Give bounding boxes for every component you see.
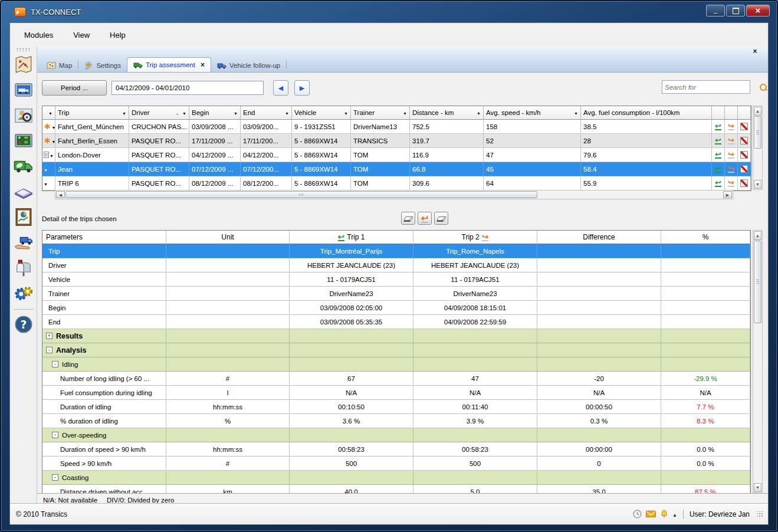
clock-icon[interactable] bbox=[633, 510, 642, 518]
detail-row-duration-of-idling[interactable]: Duration of idlinghh:mm:ss00:10:5000:11:… bbox=[42, 400, 750, 414]
tab-settings[interactable]: Settings bbox=[78, 59, 127, 72]
detail-column-percent[interactable]: % bbox=[661, 231, 750, 244]
detail-row-trainer[interactable]: TrainerDriverName23DriverName23 bbox=[42, 287, 750, 301]
column-filter-icon[interactable] bbox=[344, 109, 348, 116]
detail-column-unit[interactable]: Unit bbox=[166, 231, 290, 244]
sidebar-grip[interactable] bbox=[16, 48, 31, 51]
detail-row-begin[interactable]: Begin03/09/2008 02:05:0004/09/2008 18:15… bbox=[42, 301, 750, 315]
sidebar-item-settings[interactable] bbox=[12, 282, 35, 304]
detail-row-coasting[interactable]: -Coasting bbox=[42, 471, 750, 485]
detail-row-number-of-long-idling-60[interactable]: Number of long idling (> 60 ...#6747-20-… bbox=[42, 372, 750, 386]
sidebar-item-vehicles[interactable] bbox=[12, 79, 35, 101]
collapse-minus-icon[interactable]: - bbox=[52, 361, 58, 367]
close-button[interactable] bbox=[746, 5, 770, 17]
detail-row-duration-of-idling[interactable]: % duration of idling%3.6 %3.9 %0.3 %8.3 … bbox=[42, 414, 750, 428]
mail-icon[interactable] bbox=[646, 510, 656, 518]
row-dropdown-icon[interactable] bbox=[44, 180, 48, 187]
tab-trip-assessment[interactable]: Trip assessment bbox=[127, 57, 211, 72]
map-unavailable-button[interactable] bbox=[738, 134, 751, 148]
search-input[interactable] bbox=[662, 84, 759, 91]
assign-to-trip2-button[interactable] bbox=[725, 148, 738, 162]
map-unavailable-button[interactable] bbox=[738, 162, 751, 176]
assign-to-trip2-button[interactable] bbox=[725, 162, 738, 176]
next-period-button[interactable] bbox=[294, 80, 310, 96]
assign-to-trip2-button[interactable] bbox=[725, 134, 738, 148]
swap-trips-button[interactable] bbox=[418, 212, 432, 225]
alert-bell-icon[interactable] bbox=[660, 510, 668, 518]
scroll-down-icon[interactable] bbox=[754, 180, 761, 189]
trip-row[interactable]: Fahrt_Gent_MünchenCRUCHON PAS...03/09/20… bbox=[42, 120, 751, 134]
scroll-thumb[interactable] bbox=[754, 116, 761, 149]
row-marker-cell[interactable] bbox=[42, 162, 55, 176]
column-header[interactable]: Trip bbox=[55, 106, 129, 120]
trip-row[interactable]: TRIP 6PASQUET RO...08/12/2009 ...08/12/2… bbox=[42, 176, 751, 191]
detail-row-fuel-consumption-during-idling[interactable]: Fuel consumption during idlinglN/AN/AN/A… bbox=[42, 386, 750, 400]
tab-close-icon[interactable] bbox=[201, 61, 205, 69]
detail-row-end[interactable]: End03/09/2008 05:35:3504/09/2008 22:59:5… bbox=[42, 315, 750, 329]
row-dropdown-icon[interactable] bbox=[44, 166, 48, 173]
detail-row-results[interactable]: +Results bbox=[42, 329, 750, 343]
scroll-thumb[interactable] bbox=[65, 191, 537, 198]
map-unavailable-button[interactable] bbox=[738, 176, 751, 191]
scroll-thumb[interactable] bbox=[754, 241, 761, 323]
column-filter-icon[interactable] bbox=[285, 109, 289, 116]
scroll-left-icon[interactable] bbox=[56, 191, 65, 198]
row-dropdown-icon[interactable] bbox=[50, 152, 54, 159]
column-header[interactable]: Driver bbox=[129, 106, 189, 120]
previous-period-button[interactable] bbox=[273, 80, 288, 96]
assign-to-trip1-button[interactable] bbox=[712, 162, 725, 176]
column-filter-icon[interactable] bbox=[574, 109, 578, 116]
clear-trip1-button[interactable] bbox=[401, 212, 415, 225]
detail-row-trip[interactable]: TripTrip_Montréal_ParijsTrip_Rome_Napels bbox=[42, 244, 750, 258]
detail-row-analysis[interactable]: -Analysis bbox=[42, 343, 750, 357]
sidebar-item-transports[interactable] bbox=[12, 155, 35, 178]
scroll-up-icon[interactable] bbox=[754, 231, 761, 240]
sidebar-item-planning[interactable] bbox=[12, 130, 35, 152]
title-bar[interactable]: TX-CONNECT bbox=[1, 1, 777, 22]
row-marker-cell[interactable] bbox=[42, 120, 55, 134]
clear-trip2-button[interactable] bbox=[434, 212, 448, 225]
expand-plus-icon[interactable]: + bbox=[46, 333, 52, 339]
detail-column-trip1[interactable]: Trip 1 bbox=[290, 231, 413, 244]
detail-row-duration-of-speed-90-km-h[interactable]: Duration of speed > 90 km/hhh:mm:ss00:58… bbox=[42, 442, 750, 457]
map-unavailable-button[interactable] bbox=[738, 120, 751, 134]
collapse-minus-icon[interactable]: - bbox=[46, 347, 52, 353]
column-header[interactable]: Distance - km bbox=[410, 106, 484, 120]
column-header[interactable]: Avg. fuel consumption - l/100km bbox=[581, 106, 712, 120]
assign-to-trip2-button[interactable] bbox=[725, 120, 738, 134]
detail-row-speed-90-km-h[interactable]: Speed > 90 km/h#50050000.0 % bbox=[42, 457, 750, 471]
trip-row[interactable]: Fahrt_Berlin_EssenPASQUET RO...17/11/200… bbox=[42, 134, 751, 148]
sidebar-item-drivers[interactable] bbox=[12, 104, 35, 127]
period-button[interactable]: Period ... bbox=[42, 80, 107, 96]
detail-column-parameters[interactable]: Parameters bbox=[42, 231, 166, 244]
sidebar-item-scanner[interactable] bbox=[12, 180, 35, 203]
column-filter-icon[interactable] bbox=[122, 109, 126, 116]
scroll-up-icon[interactable] bbox=[754, 107, 761, 116]
sidebar-item-mailbox[interactable] bbox=[12, 257, 35, 279]
menu-modules[interactable]: Modules bbox=[24, 31, 53, 40]
column-header[interactable]: End bbox=[241, 106, 292, 120]
column-filter-icon[interactable] bbox=[403, 109, 407, 116]
column-header[interactable]: Trainer bbox=[351, 106, 410, 120]
detail-column-trip2[interactable]: Trip 2 bbox=[413, 231, 537, 244]
map-unavailable-button[interactable] bbox=[738, 148, 751, 162]
resize-grip[interactable] bbox=[757, 511, 763, 517]
column-header[interactable]: Avg. speed - km/h bbox=[484, 106, 581, 120]
period-range-field[interactable] bbox=[111, 81, 264, 95]
tab-map[interactable]: Map bbox=[41, 59, 78, 72]
assign-to-trip1-button[interactable] bbox=[712, 134, 725, 148]
row-marker-cell[interactable] bbox=[42, 134, 55, 148]
column-filter-icon[interactable] bbox=[234, 109, 238, 116]
scroll-right-icon[interactable] bbox=[723, 191, 732, 198]
column-filter-icon[interactable] bbox=[182, 109, 186, 116]
maximize-button[interactable] bbox=[726, 5, 745, 17]
row-marker-cell[interactable] bbox=[42, 176, 55, 191]
column-filter-icon[interactable] bbox=[48, 109, 52, 116]
assign-to-trip1-button[interactable] bbox=[712, 120, 725, 134]
expand-status-icon[interactable] bbox=[672, 510, 677, 518]
sidebar-item-help[interactable]: ? bbox=[12, 313, 35, 336]
assign-to-trip1-button[interactable] bbox=[712, 148, 725, 162]
sidebar-item-map[interactable] bbox=[12, 54, 35, 76]
sidebar-item-reports[interactable] bbox=[12, 206, 35, 228]
detail-row-over-speeding[interactable]: -Over-speeding bbox=[42, 428, 750, 442]
